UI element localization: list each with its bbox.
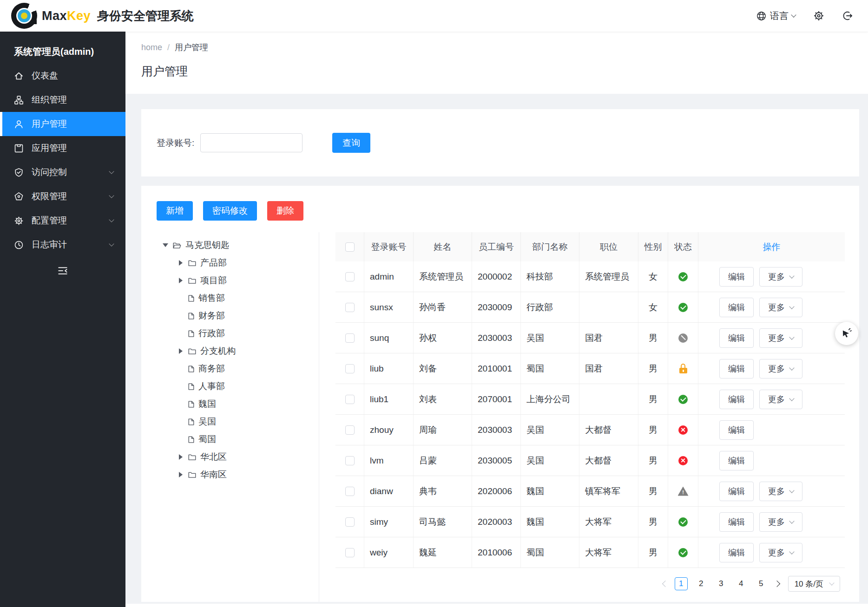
tree-node[interactable]: 魏国: [162, 395, 319, 413]
tree-node[interactable]: 吴国: [162, 413, 319, 431]
edit-button[interactable]: 编辑: [719, 267, 754, 287]
sidebar-item-shield[interactable]: 访问控制: [0, 160, 125, 184]
edit-button[interactable]: 编辑: [719, 390, 754, 409]
edit-button[interactable]: 编辑: [719, 298, 754, 317]
row-checkbox[interactable]: [345, 395, 355, 404]
more-button[interactable]: 更多: [759, 543, 802, 562]
edit-button[interactable]: 编辑: [719, 482, 754, 501]
page-size-select[interactable]: 10 条/页: [788, 576, 840, 592]
edit-button[interactable]: 编辑: [719, 451, 754, 470]
edit-button[interactable]: 编辑: [719, 543, 754, 562]
cell-status: !: [668, 476, 698, 506]
tree-node[interactable]: 华北区: [162, 448, 319, 466]
cell-position: 大都督: [579, 415, 638, 445]
delete-button[interactable]: 删除: [267, 201, 303, 221]
page-number-2[interactable]: 2: [695, 577, 708, 590]
more-button[interactable]: 更多: [759, 482, 802, 501]
tree-node-label: 华北区: [200, 451, 227, 463]
more-button[interactable]: 更多: [759, 390, 802, 409]
menu-fold-icon[interactable]: [57, 265, 68, 276]
caret-right-icon[interactable]: [179, 278, 183, 283]
edit-button[interactable]: 编辑: [719, 359, 754, 379]
status-active-check-icon: [678, 517, 688, 527]
more-button[interactable]: 更多: [759, 328, 802, 348]
sidebar-item-permission[interactable]: 权限管理: [0, 184, 125, 209]
status-active-check-icon: [678, 395, 688, 404]
page-number-4[interactable]: 4: [735, 577, 748, 590]
sidebar-item-user[interactable]: 用户管理: [0, 112, 125, 136]
login-account-input[interactable]: [200, 133, 302, 152]
cell-actions: 编辑: [698, 415, 845, 445]
sidebar-item-clock[interactable]: 日志审计: [0, 233, 125, 257]
tree-node[interactable]: 人事部: [162, 378, 319, 395]
toolbar: 新增 密码修改 删除: [157, 201, 303, 221]
cell-dept: 科技部: [521, 261, 579, 292]
caret-slot: [178, 472, 184, 477]
column-header: 状态: [668, 232, 698, 261]
row-checkbox[interactable]: [345, 364, 355, 373]
page-number-1[interactable]: 1: [675, 577, 688, 590]
row-checkbox-cell: [335, 261, 364, 292]
caret-right-icon[interactable]: [179, 454, 183, 460]
tree-node[interactable]: 马克思钥匙: [162, 236, 319, 254]
floating-cursor-button[interactable]: [835, 322, 858, 345]
change-password-button[interactable]: 密码修改: [203, 201, 257, 221]
tree-node[interactable]: 销售部: [162, 289, 319, 307]
cell-name: 系统管理员: [414, 261, 472, 292]
more-button[interactable]: 更多: [759, 298, 802, 317]
tree-node[interactable]: 蜀国: [162, 431, 319, 448]
sidebar-item-dashboard[interactable]: 仪表盘: [0, 64, 125, 88]
logout-icon[interactable]: [842, 10, 853, 21]
edit-button[interactable]: 编辑: [719, 512, 754, 532]
add-button[interactable]: 新增: [157, 201, 193, 221]
cell-account: sunsx: [364, 292, 414, 322]
query-button[interactable]: 查询: [332, 133, 370, 153]
pagination: 1234510 条/页: [335, 576, 845, 592]
more-button[interactable]: 更多: [759, 512, 802, 532]
caret-right-icon[interactable]: [179, 472, 183, 477]
page-number-3[interactable]: 3: [715, 577, 728, 590]
folder-icon: [188, 260, 196, 267]
sidebar-item-org[interactable]: 组织管理: [0, 88, 125, 112]
language-selector[interactable]: 语言: [756, 10, 796, 22]
row-checkbox[interactable]: [345, 487, 355, 496]
cell-name: 魏延: [414, 537, 472, 568]
caret-slot: [178, 260, 184, 266]
tree-node[interactable]: 项目部: [162, 272, 319, 289]
sidebar-item-app[interactable]: 应用管理: [0, 136, 125, 160]
settings-gear-icon[interactable]: [813, 10, 824, 21]
tree-node[interactable]: 产品部: [162, 254, 319, 272]
tree-node[interactable]: 商务部: [162, 360, 319, 378]
edit-button[interactable]: 编辑: [719, 328, 754, 348]
chevron-down-icon: [789, 304, 794, 309]
breadcrumb-home-link[interactable]: home: [141, 43, 162, 52]
row-checkbox[interactable]: [345, 333, 355, 343]
tree-node[interactable]: 分支机构: [162, 342, 319, 360]
next-page-icon[interactable]: [774, 581, 780, 587]
row-checkbox[interactable]: [345, 272, 355, 281]
page-number-5[interactable]: 5: [755, 577, 768, 590]
tree-node[interactable]: 行政部: [162, 325, 319, 342]
row-checkbox[interactable]: [345, 303, 355, 312]
row-checkbox[interactable]: [345, 548, 355, 557]
more-button[interactable]: 更多: [759, 267, 802, 287]
cell-dept: 吴国: [521, 445, 579, 476]
sidebar-item-gear[interactable]: 配置管理: [0, 209, 125, 233]
row-checkbox[interactable]: [345, 517, 355, 527]
tree-node-label: 华南区: [200, 469, 227, 481]
row-checkbox[interactable]: [345, 456, 355, 465]
cell-status: [668, 415, 698, 445]
edit-button[interactable]: 编辑: [719, 420, 754, 440]
caret-down-icon[interactable]: [163, 243, 168, 247]
prev-page-icon[interactable]: [662, 581, 669, 587]
tree-node[interactable]: 华南区: [162, 466, 319, 483]
caret-right-icon[interactable]: [179, 260, 183, 266]
more-button[interactable]: 更多: [759, 359, 802, 379]
row-checkbox[interactable]: [345, 425, 355, 435]
row-checkbox-cell: [335, 384, 364, 414]
search-card: 登录账号: 查询: [141, 109, 859, 176]
tree-node[interactable]: 财务部: [162, 307, 319, 325]
select-all-checkbox[interactable]: [345, 242, 355, 252]
caret-right-icon[interactable]: [179, 348, 183, 354]
cell-position: [579, 384, 638, 414]
